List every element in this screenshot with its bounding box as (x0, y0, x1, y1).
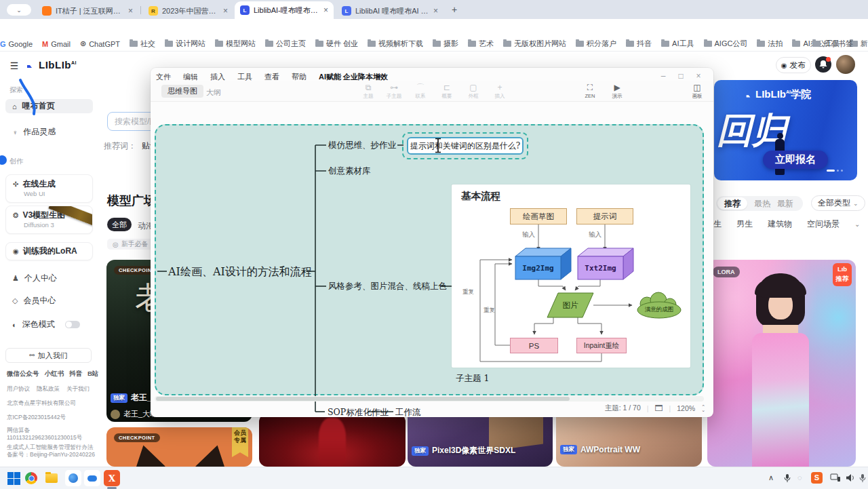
tray-speaker-icon[interactable] (846, 473, 855, 482)
tray-device-icon[interactable] (830, 473, 841, 482)
tool-summary[interactable]: ⊏概要 (435, 83, 459, 100)
topic-selected[interactable]: 提示词和关键词的区别是什么? (407, 137, 524, 155)
bookmark-folder[interactable]: 艺术 (468, 39, 494, 49)
sidebar-item-inspiration[interactable]: ♀ 作品灵感 (5, 125, 93, 139)
legal-links[interactable]: 用户协议隐私政策关于我们 (7, 385, 90, 393)
tab-mindmap[interactable]: 思维导图 (161, 85, 203, 98)
tag-boy[interactable]: 男生 (736, 218, 753, 230)
menu-edit[interactable]: 编辑 (183, 72, 198, 82)
tab-new[interactable]: 最新 (777, 198, 793, 210)
sidebar-card-online-gen[interactable]: ✣在线生成 Web UI (5, 174, 93, 203)
bookmark-folder[interactable]: 摄影 (433, 39, 458, 49)
type-filter-dropdown[interactable]: 全部类型⌄ (811, 195, 865, 211)
scrollbar-thumb[interactable] (156, 397, 570, 401)
taskbar-explorer-icon[interactable] (43, 470, 60, 486)
sidebar-card-v3[interactable]: ❂V3模型生图 Diffusion 3 (5, 206, 93, 234)
tray-sogou-icon[interactable]: S (811, 472, 823, 484)
liblib-logo[interactable]: LIbLIbAI (26, 58, 77, 71)
topic-branch1[interactable]: 模仿思维、抄作业 (328, 140, 396, 151)
model-card-cat[interactable]: CHECKPOINT 会员专属 (106, 427, 252, 467)
start-button[interactable] (5, 470, 22, 486)
new-tab-button[interactable]: + (452, 4, 457, 15)
zoom-stepper[interactable]: ⌃⌄ (701, 405, 705, 412)
tag-building[interactable]: 建筑物 (768, 218, 792, 230)
tool-present[interactable]: ▶演示 (605, 83, 629, 100)
all-bookmarks[interactable]: 所有书签 (812, 39, 853, 49)
overview-icon[interactable]: 🗖 (655, 404, 663, 413)
tab-recommend[interactable]: 推荐 (717, 197, 747, 210)
topic-subtopic1[interactable]: 子主题 1 (456, 373, 489, 385)
topic-branch4[interactable]: SOP标准化作业 (328, 407, 389, 417)
hamburger-menu-icon[interactable]: ☰ (7, 58, 22, 73)
academy-banner[interactable]: LIbLIbAI学院 回归 立即报名 (714, 80, 857, 180)
minimize-button[interactable]: – (658, 71, 669, 81)
sidebar-item-home[interactable]: ⌂ 哩布首页 (5, 99, 93, 113)
filter-all-pill[interactable]: 全部 (107, 218, 132, 231)
topic-branch4-child[interactable]: 工作流 (395, 407, 421, 417)
tray-mic-icon[interactable] (783, 473, 791, 483)
taskbar-app-360-icon[interactable] (65, 470, 81, 486)
taskbar-app-cloud-icon[interactable] (84, 470, 100, 486)
taskbar-xmind-icon-active[interactable]: X (104, 470, 120, 486)
join-us-button[interactable]: ⚯加入我们 (5, 348, 92, 363)
tool-zen[interactable]: ⛶ZEN (578, 83, 602, 99)
bookmark-folder[interactable]: 视频解析下载 (368, 39, 423, 49)
browser-tab-1[interactable]: IT桔子 | 泛互联网创业投资项目 × (37, 3, 138, 19)
bookmark-folder[interactable]: 社交 (130, 39, 155, 49)
menu-help[interactable]: 帮助 (292, 72, 307, 82)
tool-board[interactable]: ◫画板 (685, 83, 709, 100)
bookmark-folder[interactable]: 法拍 (757, 39, 783, 49)
tab-close-icon[interactable]: × (433, 6, 438, 16)
darkmode-toggle[interactable] (65, 321, 80, 328)
bookmark-folder[interactable]: 无版权图片网站 (503, 39, 566, 49)
maximize-button[interactable]: □ (675, 71, 686, 81)
bookmark-folder[interactable]: 抖音 (626, 39, 652, 49)
tab-close-icon[interactable]: × (323, 5, 328, 15)
taskbar-chrome-icon[interactable] (23, 470, 39, 486)
publish-button[interactable]: ◉发布 (776, 57, 811, 73)
bookmark-folder[interactable]: 设计网站 (165, 39, 205, 49)
xmind-window[interactable]: 文件 编辑 插入 工具 查看 帮助 AI赋能 企业降本增效 – □ × 思维导图… (151, 68, 713, 417)
sidebar-item-member[interactable]: ◇会员中心 (5, 294, 93, 308)
newbie-tag[interactable]: ◎新手必备 (107, 239, 154, 250)
bookmark-gmail[interactable]: MGmail (42, 40, 71, 48)
tab-close-icon[interactable]: × (223, 6, 228, 16)
tag-scene[interactable]: 空间场景 (807, 218, 840, 230)
bookmark-chatgpt[interactable]: ⊛ChatGPT (80, 39, 120, 48)
tab-hot[interactable]: 最热 (754, 198, 770, 210)
tool-relationship[interactable]: ⌒联系 (408, 83, 433, 100)
social-links[interactable]: 微信公众号小红书抖音B站 (7, 370, 98, 378)
horizontal-scrollbar[interactable] (155, 396, 704, 402)
topic-branch2[interactable]: 创意素材库 (328, 165, 371, 177)
menu-tools[interactable]: 工具 (237, 72, 252, 82)
tab-search-button[interactable]: ⌄ (7, 4, 31, 16)
menu-file[interactable]: 文件 (156, 72, 171, 82)
tray-pin-icon[interactable]: ◌ (797, 473, 802, 482)
tab-close-icon[interactable]: × (128, 6, 133, 16)
sidebar-card-lora[interactable]: ◉训练我的LoRA (5, 242, 93, 260)
signup-cta-button[interactable]: 立即报名 (763, 151, 828, 169)
bookmark-folder[interactable]: 模型网站 (215, 39, 256, 49)
bookmark-folder[interactable]: AIGC公司 (704, 39, 748, 49)
tool-insert[interactable]: +插入 (488, 83, 512, 100)
browser-tab-3-active[interactable]: L LiblibAI-哩布哩布AI - 中国领先 × (235, 1, 334, 19)
browser-tab-4[interactable]: L LiblibAI 哩布哩布AI - 中国领先 × (336, 3, 443, 19)
chevron-down-icon[interactable]: ⌄ (854, 220, 860, 228)
bookmark-folder[interactable]: AI工具 (661, 39, 694, 49)
sidebar-item-personal[interactable]: ♟个人中心 (5, 271, 93, 286)
bookmark-folder[interactable]: 公司主页 (265, 39, 306, 49)
tray-chevron-icon[interactable]: ∧ (768, 473, 774, 482)
bookmark-folder[interactable]: 积分落户 (576, 39, 616, 49)
topic-branch3[interactable]: 风格参考、图片混合、线稿上色 (328, 281, 447, 292)
notification-bell[interactable] (815, 56, 831, 73)
tray-mic2-icon[interactable] (859, 473, 867, 483)
tool-subtopic[interactable]: ⊶子主题 (382, 83, 406, 100)
flowchart-image[interactable]: 基本流程 绘画草图 提示词 输入 输入 Img2Img Txt2Img 图片 满… (452, 184, 690, 368)
tool-topic[interactable]: ⧉主题 (356, 83, 380, 100)
menu-view[interactable]: 查看 (264, 72, 279, 82)
model-card-afuleiya[interactable]: LORA Lıb推荐 独家 阿芙蕾娅-炫彩女孩 (707, 260, 856, 467)
model-card-red[interactable] (259, 414, 406, 467)
zoom-level[interactable]: 120% (677, 404, 695, 412)
browser-tab-2[interactable]: R 2023年中国营销领域AIGC技术 × (143, 3, 233, 19)
topic-root[interactable]: AI绘画、AI设计的方法和流程 (168, 265, 312, 279)
